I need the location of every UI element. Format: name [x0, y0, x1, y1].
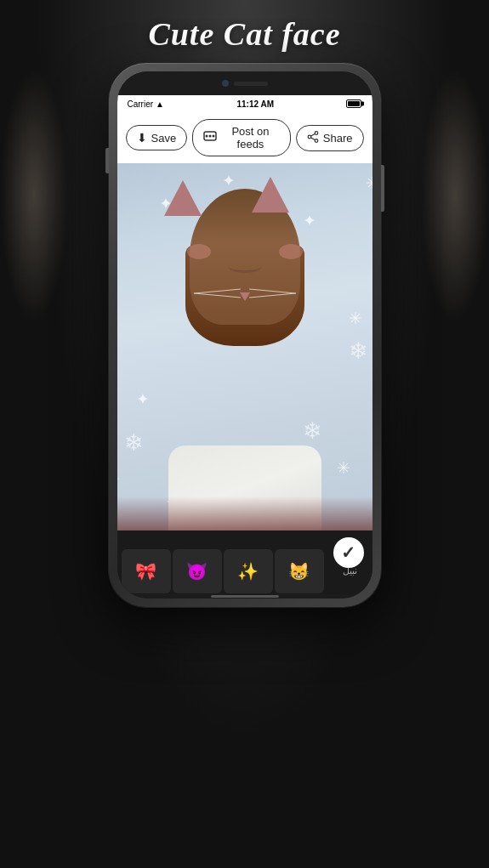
share-button[interactable]: Share: [296, 125, 364, 151]
filter-bar: ✓ 🎀 😈 ✨ 😸: [117, 530, 372, 594]
home-bar: [211, 595, 279, 598]
devil-filter-icon: 😈: [186, 561, 208, 582]
phone-wrapper: Carrier ▲ 11:12 AM ⬇ Save: [109, 63, 381, 607]
post-label: Post on feeds: [221, 125, 280, 150]
phone-screen: Carrier ▲ 11:12 AM ⬇ Save: [117, 71, 372, 599]
cheek-right: [279, 244, 303, 259]
smile: [228, 259, 262, 273]
cat-ears-filter-icon: 🎀: [135, 561, 156, 582]
cheek-left: [187, 244, 211, 259]
cat-nose: [240, 289, 250, 304]
checkmark-icon: ✓: [341, 542, 355, 563]
checkmark-button[interactable]: ✓: [333, 537, 364, 568]
front-camera: [222, 80, 229, 87]
status-time: 11:12 AM: [236, 99, 274, 109]
share-label: Share: [323, 132, 353, 145]
carrier-info: Carrier ▲: [128, 99, 164, 109]
status-bar: Carrier ▲ 11:12 AM: [117, 95, 372, 112]
svg-point-1: [206, 134, 208, 137]
status-battery: [346, 99, 361, 108]
save-button[interactable]: ⬇ Save: [126, 125, 188, 150]
home-indicator: [117, 594, 372, 599]
wifi-icon: ▲: [156, 99, 164, 109]
filter-item-sparkle[interactable]: ✨: [224, 549, 273, 593]
sparkle-filter-icon: ✨: [237, 561, 259, 582]
svg-point-4: [315, 131, 318, 134]
svg-point-6: [308, 135, 311, 139]
battery-icon: [346, 99, 361, 108]
cat-face-filter-icon: 😸: [288, 561, 310, 582]
battery-fill: [348, 101, 360, 106]
post-icon: [203, 131, 217, 145]
action-bar: ⬇ Save Post on feeds: [117, 112, 372, 163]
carrier-name: Carrier: [128, 99, 154, 109]
bg-side-right: [421, 68, 489, 323]
cat-ear-left: [164, 180, 202, 216]
svg-line-8: [310, 137, 315, 139]
save-icon: ⬇: [137, 131, 147, 145]
photo-area: ✳ ✳ ✦ ✦ ✳ ✳ ✦ ✳ ✦ ✦ ✳ ✦ ✦ ✳ ✦: [117, 163, 372, 530]
photo-bottom-overlay: [117, 496, 372, 530]
filter-item-cat[interactable]: 😸: [275, 549, 324, 593]
post-on-feeds-button[interactable]: Post on feeds: [192, 119, 291, 156]
bg-side-left: [0, 68, 68, 323]
filter-item-devil[interactable]: 😈: [173, 549, 222, 593]
save-label: Save: [151, 132, 177, 145]
svg-point-3: [213, 134, 215, 137]
phone-outer: Carrier ▲ 11:12 AM ⬇ Save: [109, 63, 381, 607]
phone-top-bar: [117, 71, 372, 95]
filter-item-ears[interactable]: 🎀: [122, 549, 171, 593]
svg-marker-28: [240, 292, 250, 301]
svg-point-2: [209, 134, 212, 137]
svg-point-5: [315, 139, 318, 142]
cat-ear-right: [252, 177, 289, 213]
phone-speaker: [234, 82, 268, 86]
svg-line-7: [310, 133, 315, 136]
share-icon: [307, 131, 319, 145]
app-title: Cute Cat face: [148, 15, 340, 53]
